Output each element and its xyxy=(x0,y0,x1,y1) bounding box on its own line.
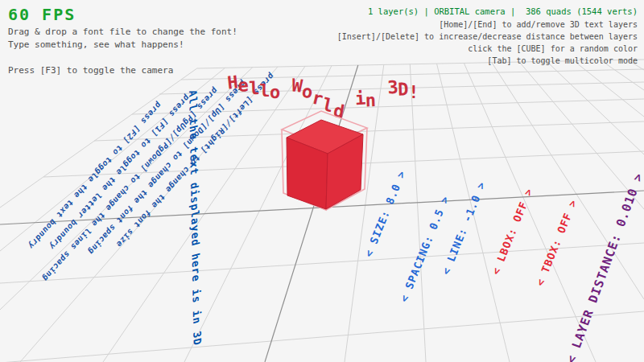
drag-drop-font-hint: Drag & drop a font file to change the fo… xyxy=(8,27,237,37)
fps-counter: 60 FPS xyxy=(8,5,76,24)
multicolor-hint: [Tab] to toggle multicolor mode xyxy=(487,56,638,65)
layer-distance-hint: [Insert]/[Delete] to increase/decrease d… xyxy=(337,32,638,41)
stats-bar: 1 layer(s) | ORBITAL camera | 386 quads … xyxy=(368,6,638,16)
layers-hint: [Home]/[End] to add/remove 3D text layer… xyxy=(439,20,638,29)
cube[interactable] xyxy=(0,0,644,362)
type-something-hint: Type something, see what happens! xyxy=(8,39,184,50)
text3d-demo-window: All the text displayed here is in 3D pre… xyxy=(0,0,644,362)
toggle-camera-hint: Press [F3] to toggle the camera xyxy=(8,65,173,76)
cube-click-hint: click the [CUBE] for a random color xyxy=(468,44,638,53)
